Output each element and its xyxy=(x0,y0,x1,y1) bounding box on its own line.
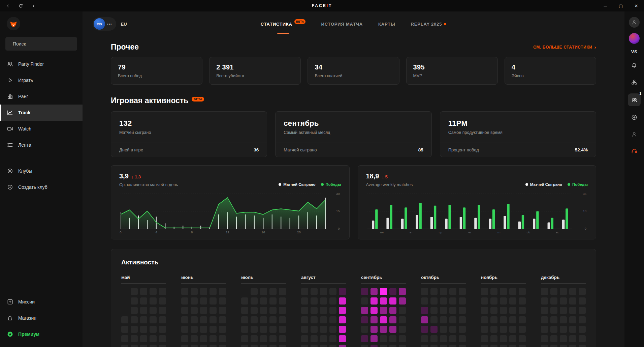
heat-cell xyxy=(251,307,258,314)
heat-cell xyxy=(481,326,488,333)
heat-cell xyxy=(519,316,526,323)
sidebar-footer-nav: Миссии Магазин Премиум xyxy=(0,294,83,347)
heat-cell xyxy=(279,307,286,314)
heatmap-month: ноябрь xyxy=(481,275,526,347)
heatmap-months: май июнь июль август сентябрь октябрь но… xyxy=(121,275,586,347)
sidebar-item-shop[interactable]: Магазин xyxy=(0,310,83,326)
heat-cell xyxy=(430,288,438,295)
heat-cell xyxy=(301,335,308,342)
close-button[interactable]: ✕ xyxy=(629,0,644,11)
notifications-bell-icon[interactable] xyxy=(629,60,640,71)
heat-cell xyxy=(430,316,438,323)
see-more-stats-link[interactable]: СМ. БОЛЬШЕ СТАТИСТИКИ › xyxy=(533,44,596,50)
heat-cell xyxy=(279,288,286,295)
heat-cell xyxy=(121,326,128,333)
profile-avatar[interactable] xyxy=(629,17,640,28)
heat-cell xyxy=(181,288,188,295)
heat-cell xyxy=(210,345,217,347)
misc-stat-cards: 79 Всего побед 2 391 Всего убийств 34 Вс… xyxy=(111,57,596,85)
heat-cell xyxy=(541,345,548,347)
refresh-button[interactable] xyxy=(15,1,26,10)
faceit-app-window: FACEIT ─ ▢ ✕ Party Finder xyxy=(0,0,644,347)
heat-cell xyxy=(269,307,277,314)
tab-replay-2025[interactable]: REPLAY 2025 xyxy=(411,11,447,36)
sidebar-item-clubs[interactable]: Клубы xyxy=(0,163,83,179)
sidebar-item-missions[interactable]: Миссии xyxy=(0,294,83,310)
game-badge-pill: c/s ••• xyxy=(93,17,116,31)
sidebar-item-rank[interactable]: Ранг xyxy=(0,88,83,105)
more-options-button[interactable]: ••• xyxy=(106,21,113,27)
stats-scroll-area[interactable]: Прочее СМ. БОЛЬШЕ СТАТИСТИКИ › 79 Всего … xyxy=(83,36,624,347)
heat-cell xyxy=(459,335,466,342)
heatmap-month: июнь xyxy=(181,275,226,347)
tab-история-матча[interactable]: ИСТОРИЯ МАТЧА xyxy=(321,11,363,36)
activity-card: 132 Матчей сыграно Дней в игре 36 xyxy=(111,111,267,157)
sidebar-item-track[interactable]: Track xyxy=(0,105,83,121)
heat-cell xyxy=(500,307,507,314)
sidebar-item-create-club[interactable]: Создать клуб xyxy=(0,179,83,195)
heat-cell xyxy=(241,326,248,333)
heat-cell xyxy=(269,288,277,295)
forward-button[interactable] xyxy=(28,1,38,10)
heat-cell xyxy=(121,316,128,323)
heat-cell xyxy=(459,345,466,347)
sidebar-item-premium[interactable]: Премиум xyxy=(0,326,83,342)
sidebar-item-play[interactable]: Играть xyxy=(0,72,83,88)
minimize-button[interactable]: ─ xyxy=(598,0,613,11)
heat-cell xyxy=(320,316,327,323)
heat-cell xyxy=(200,288,207,295)
heat-cell xyxy=(500,345,507,347)
month-label: июнь xyxy=(181,275,226,284)
heat-cell xyxy=(140,335,147,342)
party-tile[interactable]: 1 xyxy=(628,93,641,106)
sidebar-item-feed[interactable]: Лента xyxy=(0,137,83,153)
heat-cell xyxy=(260,297,267,305)
tab-карты[interactable]: КАРТЫ xyxy=(378,11,395,36)
stats-tabs: СТАТИСТИКА БЕТА ИСТОРИЯ МАТЧА КАРТЫ REPL… xyxy=(261,11,446,36)
support-headset-icon[interactable] xyxy=(629,145,640,157)
shop-icon xyxy=(7,315,13,321)
heat-cell xyxy=(269,297,277,305)
heat-cell xyxy=(210,335,217,342)
sidebar-search[interactable] xyxy=(5,37,77,51)
heat-cell xyxy=(320,335,327,342)
heat-cell xyxy=(509,316,516,323)
heat-cell xyxy=(399,326,406,333)
weekly-avg-value: 18,9 xyxy=(366,172,379,180)
tab-статистика[interactable]: СТАТИСТИКА БЕТА xyxy=(261,11,306,36)
opponent-avatar[interactable] xyxy=(629,33,640,44)
heat-cell xyxy=(181,307,188,314)
heat-cell xyxy=(311,326,318,333)
heat-cell xyxy=(371,307,378,314)
heat-cell xyxy=(509,335,516,342)
heat-cell xyxy=(490,345,497,347)
heat-cell xyxy=(430,345,438,347)
add-circle-icon[interactable] xyxy=(629,112,640,123)
heat-cell xyxy=(380,326,387,333)
daily-avg-value: 3,9 xyxy=(119,172,129,180)
heat-cell xyxy=(569,326,576,333)
faceit-logo[interactable] xyxy=(7,17,20,30)
heat-cell xyxy=(550,335,557,342)
cs2-game-badge[interactable]: c/s xyxy=(94,18,105,30)
heat-cell xyxy=(210,297,217,305)
faceit-fox-icon xyxy=(9,19,18,28)
heat-cell xyxy=(219,326,226,333)
profile-icon[interactable] xyxy=(629,128,640,140)
maximize-button[interactable]: ▢ xyxy=(613,0,629,11)
sidebar-clubs-nav: Клубы Создать клуб xyxy=(0,163,83,195)
heat-cell xyxy=(301,345,308,347)
teams-icon[interactable] xyxy=(629,77,640,88)
heat-cell xyxy=(210,288,217,295)
back-button[interactable] xyxy=(3,1,13,10)
heat-cell xyxy=(361,345,368,347)
heat-cell xyxy=(311,335,318,342)
feed-icon xyxy=(7,142,13,148)
sidebar-item-watch[interactable]: Watch xyxy=(0,121,83,137)
heat-cell xyxy=(131,316,138,323)
sidebar-item-party-finder[interactable]: Party Finder xyxy=(0,56,83,72)
faceit-wordmark: FACEIT xyxy=(312,3,332,8)
search-input[interactable] xyxy=(13,41,74,47)
arrow-left-icon xyxy=(6,3,11,8)
person-icon xyxy=(631,19,637,25)
